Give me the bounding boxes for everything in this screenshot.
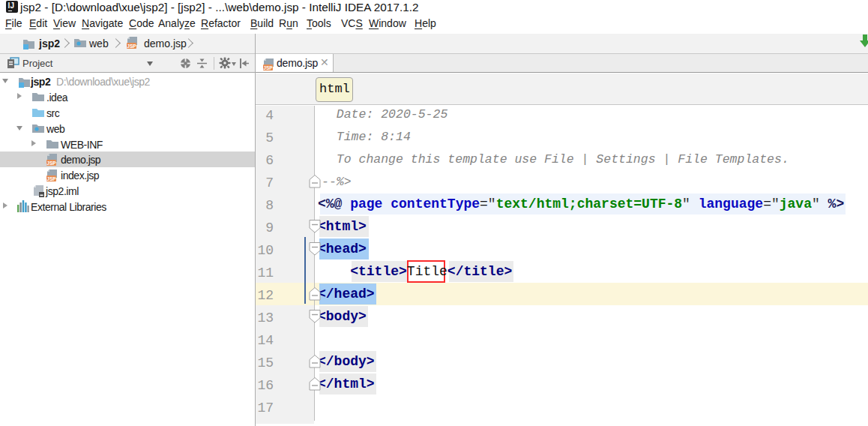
svg-text:JSP: JSP <box>127 44 136 49</box>
svg-text:JSP: JSP <box>46 176 56 182</box>
svg-text:JSP: JSP <box>46 160 56 166</box>
svg-text:JSP: JSP <box>263 65 273 70</box>
